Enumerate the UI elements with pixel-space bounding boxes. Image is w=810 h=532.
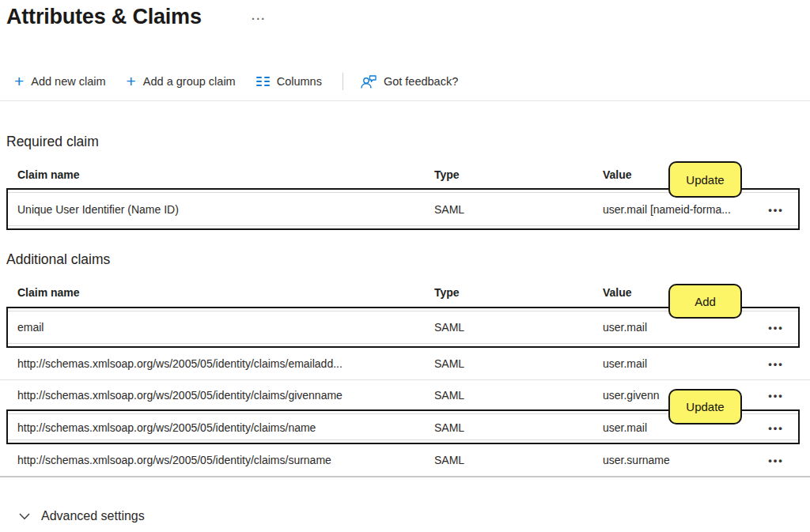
column-header-type: Type [434, 168, 460, 181]
row-menu-icon[interactable]: ••• [758, 389, 794, 401]
plus-icon: + [127, 74, 136, 89]
claim-value-cell: user.givenn [603, 389, 660, 402]
toolbar-divider [343, 73, 343, 90]
claim-value-cell: user.mail [nameid-forma... [603, 203, 731, 216]
annotation-update-name-claim: Update [668, 389, 742, 424]
row-menu-icon[interactable]: ••• [758, 204, 794, 216]
got-feedback-label: Got feedback? [384, 75, 458, 88]
claim-row-surname[interactable]: http://schemas.xmlsoap.org/ws/2005/05/id… [0, 444, 810, 476]
additional-claims-heading: Additional claims [6, 251, 110, 268]
add-group-claim-button[interactable]: + Add a group claim [127, 74, 236, 89]
claim-row-emailaddress[interactable]: http://schemas.xmlsoap.org/ws/2005/05/id… [0, 348, 810, 380]
claim-name-cell: http://schemas.xmlsoap.org/ws/2005/05/id… [17, 454, 331, 466]
claim-name-cell: Unique User Identifier (Name ID) [17, 203, 179, 216]
required-claim-heading: Required claim [6, 134, 99, 150]
columns-icon [256, 76, 270, 87]
row-menu-icon[interactable]: ••• [758, 322, 794, 334]
claim-name-cell: http://schemas.xmlsoap.org/ws/2005/05/id… [17, 389, 343, 402]
feedback-person-icon [361, 75, 377, 89]
column-header-value: Value [603, 168, 632, 181]
claim-value-cell: user.surname [603, 454, 670, 466]
column-header-claim-name: Claim name [17, 168, 80, 181]
column-header-claim-name: Claim name [17, 286, 80, 299]
page-title: Attributes & Claims [6, 5, 202, 29]
attributes-claims-page: Attributes & Claims ··· + Add new claim … [0, 0, 810, 532]
claim-type-cell: SAML [434, 421, 464, 434]
claim-value-cell: user.mail [603, 421, 647, 434]
columns-label: Columns [277, 75, 322, 88]
row-menu-icon[interactable]: ••• [758, 422, 794, 434]
advanced-settings-toggle[interactable]: Advanced settings [19, 509, 145, 523]
annotation-update-required-value: Update [668, 161, 742, 198]
row-menu-icon[interactable]: ••• [758, 455, 794, 466]
column-header-value: Value [603, 286, 632, 299]
plus-icon: + [14, 74, 24, 89]
got-feedback-button[interactable]: Got feedback? [361, 75, 458, 89]
add-group-claim-label: Add a group claim [143, 75, 236, 88]
claim-name-cell: email [17, 321, 44, 334]
columns-button[interactable]: Columns [256, 75, 322, 88]
command-bar: + Add new claim + Add a group claim [14, 70, 479, 93]
column-header-type: Type [434, 286, 460, 299]
claim-name-cell: http://schemas.xmlsoap.org/ws/2005/05/id… [17, 357, 343, 370]
table-bottom-separator [0, 476, 810, 477]
add-new-claim-button[interactable]: + Add new claim [14, 74, 106, 89]
add-new-claim-label: Add new claim [31, 75, 105, 88]
toolbar-separator [0, 100, 810, 101]
claim-value-cell: user.mail [603, 321, 647, 334]
claim-name-cell: http://schemas.xmlsoap.org/ws/2005/05/id… [17, 421, 316, 434]
chevron-down-icon [19, 513, 30, 520]
claim-type-cell: SAML [434, 203, 464, 216]
advanced-settings-label: Advanced settings [41, 509, 145, 523]
claim-value-cell: user.mail [603, 357, 647, 370]
claim-type-cell: SAML [434, 389, 464, 402]
claim-type-cell: SAML [434, 321, 464, 334]
claim-type-cell: SAML [434, 357, 464, 370]
row-menu-icon[interactable]: ••• [758, 358, 794, 370]
annotation-add-email-claim: Add [668, 284, 742, 319]
claim-type-cell: SAML [434, 454, 464, 466]
title-overflow-menu[interactable]: ··· [248, 11, 270, 27]
